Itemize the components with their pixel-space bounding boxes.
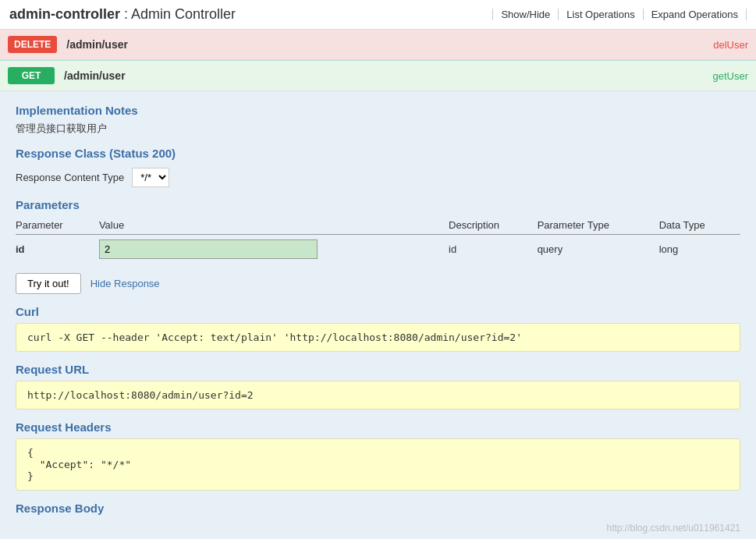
params-header-row: Parameter Value Description Parameter Ty… (16, 216, 740, 235)
top-header: admin-controller : Admin Controller Show… (0, 0, 756, 30)
delete-endpoint-row[interactable]: DELETE /admin/user delUser (0, 30, 756, 60)
list-operations-link[interactable]: List Operations (559, 9, 643, 20)
param-col-description: Description (449, 216, 538, 235)
get-method-badge: GET (8, 67, 55, 84)
content-type-row: Response Content Type */* (16, 168, 740, 187)
header-nav: Show/Hide List Operations Expand Operati… (492, 9, 747, 20)
param-type: query (538, 235, 659, 264)
request-headers-value: { "Accept": "*/*" } (16, 438, 740, 491)
response-class-title: Response Class (Status 200) (16, 147, 740, 160)
param-value-cell (99, 235, 449, 264)
action-row: Try it out! Hide Response (16, 273, 740, 294)
content-type-select[interactable]: */* (132, 168, 169, 187)
request-url-title: Request URL (16, 363, 740, 376)
param-name: id (16, 235, 99, 264)
request-headers-title: Request Headers (16, 420, 740, 434)
controller-label: Admin Controller (131, 6, 236, 22)
controller-separator: : (124, 6, 131, 22)
expand-operations-link[interactable]: Expand Operations (644, 9, 747, 20)
show-hide-link[interactable]: Show/Hide (492, 9, 559, 20)
param-col-parameter: Parameter (16, 216, 99, 235)
get-op-name: getUser (712, 70, 748, 82)
content-area: Implementation Notes 管理员接口获取用户 Response … (0, 91, 756, 539)
table-row: ididquerylong (16, 235, 740, 264)
curl-value: curl -X GET --header 'Accept: text/plain… (16, 323, 740, 352)
parameters-title: Parameters (16, 198, 740, 211)
get-endpoint-row[interactable]: GET /admin/user getUser (0, 60, 756, 91)
impl-notes-text: 管理员接口获取用户 (16, 122, 740, 136)
delete-method-badge: DELETE (8, 36, 57, 53)
curl-title: Curl (16, 305, 740, 318)
param-col-datatype: Data Type (659, 216, 740, 235)
controller-name: admin-controller (9, 6, 120, 22)
param-col-type: Parameter Type (538, 216, 659, 235)
hide-response-link[interactable]: Hide Response (91, 278, 160, 289)
controller-title: admin-controller : Admin Controller (9, 6, 236, 23)
param-description: id (449, 235, 538, 264)
content-type-label: Response Content Type (16, 172, 124, 183)
param-col-value: Value (99, 216, 449, 235)
params-table: Parameter Value Description Parameter Ty… (16, 216, 740, 264)
impl-notes-title: Implementation Notes (16, 104, 740, 117)
param-value-input[interactable] (99, 239, 318, 259)
delete-op-name: delUser (713, 39, 748, 51)
watermark: http://blog.csdn.net/u011961421 (16, 519, 740, 537)
try-it-out-button[interactable]: Try it out! (16, 273, 81, 294)
request-url-value: http://localhost:8080/admin/user?id=2 (16, 381, 740, 410)
delete-endpoint-path: /admin/user (66, 38, 713, 51)
response-body-title: Response Body (16, 502, 740, 515)
param-data-type: long (659, 235, 740, 264)
get-endpoint-path: /admin/user (64, 69, 712, 82)
